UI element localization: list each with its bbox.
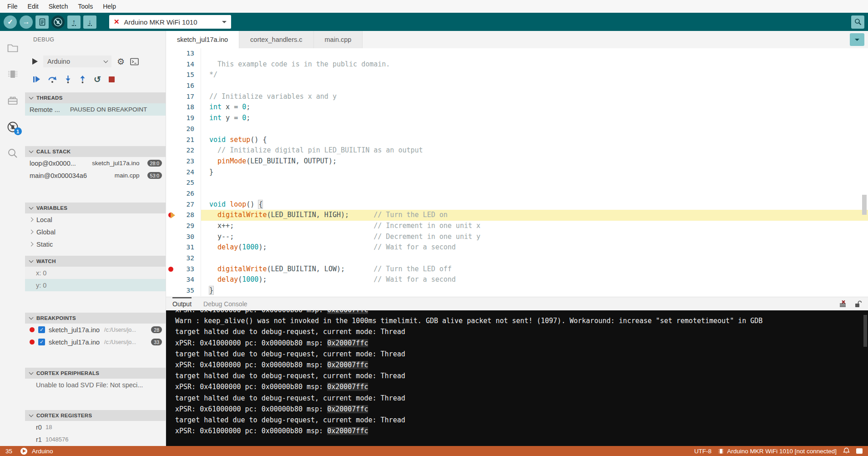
export-button[interactable]: ↑ [67,15,81,29]
launch-config-select[interactable]: Arduino [43,56,111,67]
code-gutter[interactable] [166,274,177,285]
callstack-frame[interactable]: loop@0x0000...sketch_jul17a.ino28:0 [25,157,166,169]
code-gutter[interactable] [166,124,177,135]
code-gutter[interactable] [166,156,177,167]
callstack-section-header[interactable]: CALL STACK [25,146,166,157]
status-app-label[interactable]: Arduino [32,448,53,455]
code-line[interactable]: 20 [166,124,868,135]
code-gutter[interactable] [166,145,177,156]
code-gutter[interactable] [166,70,177,81]
code-gutter[interactable] [166,210,177,221]
code-gutter[interactable] [166,199,177,210]
status-line-number[interactable]: 35 [5,448,12,455]
sidebar-item-search[interactable] [7,147,19,159]
code-line[interactable]: 31 delay(1000); // Wait for a second [166,242,868,253]
code-gutter[interactable] [166,167,177,178]
breakpoint-item[interactable]: ✓sketch_jul17a.ino/c:/Users/jo...33 [25,336,166,348]
menu-item-help[interactable]: Help [98,0,121,13]
variables-item[interactable]: Global [25,226,166,238]
code-line[interactable]: 22 // Initialize digital pin LED_BUILTIN… [166,145,868,156]
sidebar-item-boards-manager[interactable] [7,68,19,80]
step-over-button[interactable] [48,75,57,83]
output-panel-tab[interactable]: Output [172,297,192,311]
sidebar-item-sketchbook[interactable] [7,42,19,54]
code-line[interactable]: 26 [166,188,868,199]
variables-item[interactable]: Static [25,238,166,250]
code-line[interactable]: 28 digitalWrite(LED_BUILTIN, HIGH); // T… [166,210,868,221]
step-out-button[interactable] [79,75,86,83]
status-board[interactable]: Arduino MKR WiFi 1010 [not connected] [718,448,837,455]
debug-toolbar-button[interactable] [51,15,65,29]
code-line[interactable]: 35} [166,285,868,296]
code-line[interactable]: 24} [166,167,868,178]
stop-button[interactable] [109,76,115,82]
code-line[interactable]: 29 x++; // Increment in one unit x [166,221,868,232]
register-item[interactable]: r11048576 [25,433,166,446]
code-gutter[interactable] [166,177,177,188]
code-line[interactable]: 23 pinMode(LED_BUILTIN, OUTPUT); [166,156,868,167]
sidebar-item-library-manager[interactable] [7,95,19,106]
variables-item[interactable]: Local [25,213,166,226]
breakpoint-checkbox[interactable]: ✓ [38,326,45,333]
sidebar-item-debug[interactable]: 1 [7,121,19,133]
continue-button[interactable] [33,76,40,82]
code-line[interactable]: 32 [166,253,868,264]
watch-item[interactable]: y: 0 [25,279,166,291]
output-terminal[interactable]: xPSR: 0x41000000 pc: 0x00000b80 msp: 0x2… [166,310,868,446]
code-line[interactable]: 14 This example code is in the public do… [166,59,868,70]
debug-console-icon[interactable] [130,58,139,66]
start-debug-button[interactable] [32,58,38,65]
code-gutter[interactable] [166,48,177,59]
menu-item-edit[interactable]: Edit [23,0,44,13]
breakpoint-item[interactable]: ✓sketch_jul17a.ino/c:/Users/jo...28 [25,324,166,336]
code-line[interactable]: 16 [166,81,868,91]
breakpoints-section-header[interactable]: BREAKPOINTS [25,313,166,324]
code-line[interactable]: 34 delay(1000); // Wait for a second [166,274,868,285]
menu-item-file[interactable]: File [2,0,23,13]
variables-section-header[interactable]: VARIABLES [25,203,166,213]
step-into-button[interactable] [65,75,71,83]
code-line[interactable]: 18int x = 0; [166,102,868,113]
terminal-scrollbar[interactable] [863,315,867,347]
cortex-peripherals-section-header[interactable]: CORTEX PERIPHERALS [25,368,166,379]
code-gutter[interactable] [166,91,177,102]
panel-toggle-icon[interactable] [856,448,863,454]
code-line[interactable]: 19int y = 0; [166,113,868,124]
output-panel-tab[interactable]: Debug Console [203,297,247,311]
code-line[interactable]: 25 [166,177,868,188]
code-gutter[interactable] [166,253,177,264]
editor-tab[interactable]: sketch_jul17a.ino [166,31,239,48]
code-gutter[interactable] [166,264,177,275]
code-gutter[interactable] [166,135,177,146]
code-gutter[interactable] [166,59,177,70]
code-line[interactable]: 17// Initialize variables x and y [166,91,868,102]
watch-item[interactable]: x: 0 [25,267,166,279]
gear-icon[interactable]: ⚙ [117,57,125,66]
watch-section-header[interactable]: WATCH [25,256,166,267]
board-selector[interactable]: ✕ Arduino MKR WiFi 1010 [109,15,231,29]
code-line[interactable]: 15*/ [166,70,868,81]
code-gutter[interactable] [166,81,177,91]
code-editor[interactable]: 1314 This example code is in the public … [166,48,868,297]
clear-output-icon[interactable] [838,300,847,308]
code-gutter[interactable] [166,285,177,296]
verify-button[interactable]: ✓ [4,15,17,29]
code-gutter[interactable] [166,232,177,243]
callstack-frame[interactable]: main@0x000034a6main.cpp53:0 [25,169,166,182]
thread-row[interactable]: Remote ... PAUSED ON BREAKPOINT [25,103,166,116]
code-gutter[interactable] [166,188,177,199]
serial-monitor-button[interactable] [851,15,864,29]
menu-item-tools[interactable]: Tools [73,0,98,13]
code-gutter[interactable] [166,102,177,113]
code-gutter[interactable] [166,113,177,124]
editor-scrollbar[interactable] [862,195,867,215]
code-line[interactable]: 27void loop() { [166,199,868,210]
sketch-file-button[interactable] [35,15,49,29]
bell-icon[interactable] [843,447,850,455]
threads-section-header[interactable]: THREADS [25,92,166,103]
code-line[interactable]: 30 y--; // Decrement in one unit y [166,232,868,243]
code-line[interactable]: 33 digitalWrite(LED_BUILTIN, LOW); // Tu… [166,264,868,275]
status-encoding[interactable]: UTF-8 [694,448,712,455]
code-gutter[interactable] [166,242,177,253]
register-item[interactable]: r018 [25,421,166,433]
